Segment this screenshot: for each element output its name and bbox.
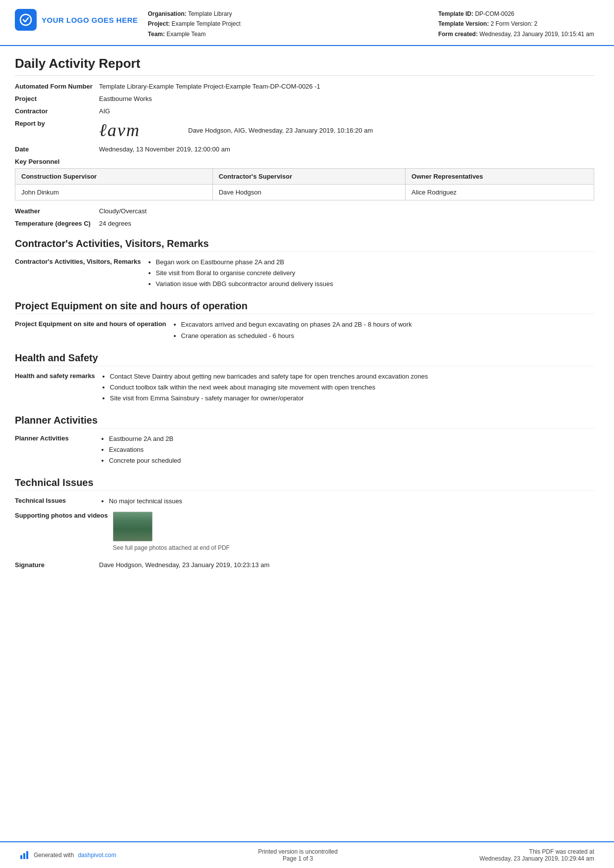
logo-area: YOUR LOGO GOES HERE [15,9,138,31]
svg-rect-1 [20,855,22,859]
technical-issues-label: Technical Issues [15,496,99,504]
contractor-row: Contractor AIG [15,107,594,115]
col-construction-supervisor: Construction Supervisor [15,169,213,185]
svg-rect-2 [23,853,25,859]
technical-issues-list: No major technical issues [99,496,182,507]
health-safety-label: Health and safety remarks [15,371,100,380]
photos-row: Supporting photos and videos See full pa… [15,512,594,556]
col-contractors-supervisor: Contractor's Supervisor [212,169,405,185]
temperature-value: 24 degrees [99,220,594,227]
org-label: Organisation: [148,10,187,17]
report-by-row: Report by ℓavm Dave Hodgson, AIG, Wednes… [15,120,594,141]
personnel-table: Construction Supervisor Contractor's Sup… [15,168,594,200]
list-item: Concrete pour scheduled [109,455,181,466]
signature-row: Signature Dave Hodgson, Wednesday, 23 Ja… [15,561,594,569]
health-safety-list: Contact Steve Daintry about getting new … [100,371,428,404]
report-by-label: Report by [15,120,99,127]
footer-link[interactable]: dashpivot.com [78,852,116,859]
weather-value: Cloudy/Overcast [99,207,594,215]
technical-issues-heading: Technical Issues [15,477,594,491]
header-middle: Organisation: Template Library Project: … [148,9,428,39]
photo-thumbnail [113,512,153,541]
footer-left: Generated with dashpivot.com [20,850,116,860]
logo-icon [15,9,37,31]
signature-area: ℓavm Dave Hodgson, AIG, Wednesday, 23 Ja… [99,120,594,141]
list-item: No major technical issues [109,496,182,507]
footer-right: This PDF was created at Wednesday, 23 Ja… [479,848,594,862]
list-item: Eastbourne 2A and 2B [109,434,181,444]
svg-rect-3 [26,851,28,859]
form-created-label: Form created: [438,31,478,38]
contractor-field-value: AIG [99,107,594,115]
project-row: Project Eastbourne Works [15,95,594,102]
footer-uncontrolled: Printed version is uncontrolled [258,848,338,855]
template-id-value: DP-COM-0026 [475,10,514,17]
planner-activities-label: Planner Activities [15,434,99,442]
project-equipment-heading: Project Equipment on site and hours of o… [15,300,594,314]
signature-label: Signature [15,561,99,569]
list-item: Variation issue with DBG subcontractor a… [156,279,333,289]
footer-center: Printed version is uncontrolled Page 1 o… [258,848,338,862]
date-label: Date [15,145,99,153]
list-item: Excavators arrived and begun excavating … [181,319,412,330]
report-title: Daily Activity Report [15,56,594,76]
photo-caption: See full page photos attached at end of … [113,544,594,551]
project-equipment-label: Project Equipment on site and hours of o… [15,319,171,328]
form-number-value: Template Library-Example Template Projec… [99,83,594,90]
signature-image: ℓavm [99,120,178,141]
health-safety-section: Health and safety remarks Contact Steve … [15,371,594,404]
list-item: Contact Steve Daintry about getting new … [110,371,428,382]
planner-activities-heading: Planner Activities [15,415,594,429]
photo-image [113,512,152,541]
list-item: Began work on Eastbourne phase 2A and 2B [156,257,333,268]
project-field-value: Eastbourne Works [99,95,594,102]
form-number-label: Automated Form Number [15,83,99,90]
project-value: Example Template Project [172,20,241,27]
project-label: Project: [148,20,170,27]
footer-pdf-created-label: This PDF was created at [479,848,594,855]
weather-label: Weather [15,207,99,215]
footer-pdf-created-value: Wednesday, 23 January 2019, 10:29:44 am [479,855,594,862]
table-row: John Dinkum Dave Hodgson Alice Rodriguez [15,185,594,200]
col-owner-representatives: Owner Representatives [406,169,594,185]
header-right: Template ID: DP-COM-0026 Template Versio… [438,9,594,39]
cell-contractors-supervisor: Dave Hodgson [212,185,405,200]
contractors-activities-label: Contractor's Activities, Visitors, Remar… [15,257,146,265]
template-version-label: Template Version: [438,20,489,27]
template-version-value: 2 Form Version: 2 [491,20,538,27]
project-equipment-list: Excavators arrived and begun excavating … [171,319,412,341]
key-personnel-label: Key Personnel [15,158,594,165]
list-item: Site visit from Boral to organise concre… [156,268,333,279]
svg-point-0 [20,14,31,25]
page-footer: Generated with dashpivot.com Printed ver… [0,841,614,868]
photos-value: See full page photos attached at end of … [113,512,594,556]
health-safety-heading: Health and Safety [15,352,594,366]
planner-activities-list: Eastbourne 2A and 2B Excavations Concret… [99,434,181,466]
contractor-field-label: Contractor [15,107,99,115]
cell-owner-representatives: Alice Rodriguez [406,185,594,200]
list-item: Crane operation as scheduled - 6 hours [181,331,412,341]
temperature-row: Temperature (degrees C) 24 degrees [15,220,594,227]
report-by-value: Dave Hodgson, AIG, Wednesday, 23 January… [188,127,373,134]
dashpivot-logo-icon [20,850,30,860]
list-item: Excavations [109,444,181,455]
date-value: Wednesday, 13 November 2019, 12:00:00 am [99,145,594,153]
list-item: Site visit from Emma Sainsbury - safety … [110,393,428,404]
page-header: YOUR LOGO GOES HERE Organisation: Templa… [0,0,614,46]
logo-text: YOUR LOGO GOES HERE [42,16,138,24]
technical-issues-section: Technical Issues No major technical issu… [15,496,594,507]
project-equipment-section: Project Equipment on site and hours of o… [15,319,594,341]
cell-construction-supervisor: John Dinkum [15,185,213,200]
footer-generated-text: Generated with [34,852,74,859]
org-value: Template Library [188,10,232,17]
contractors-activities-heading: Contractor's Activities, Visitors, Remar… [15,238,594,252]
signature-value: Dave Hodgson, Wednesday, 23 January 2019… [99,561,594,569]
form-number-row: Automated Form Number Template Library-E… [15,83,594,90]
footer-page-number: Page 1 of 3 [258,855,338,862]
list-item: Conduct toolbox talk within the next wee… [110,382,428,393]
planner-activities-section: Planner Activities Eastbourne 2A and 2B … [15,434,594,466]
project-field-label: Project [15,95,99,102]
weather-row: Weather Cloudy/Overcast [15,207,594,215]
template-id-label: Template ID: [438,10,473,17]
contractors-activities-section: Contractor's Activities, Visitors, Remar… [15,257,594,289]
